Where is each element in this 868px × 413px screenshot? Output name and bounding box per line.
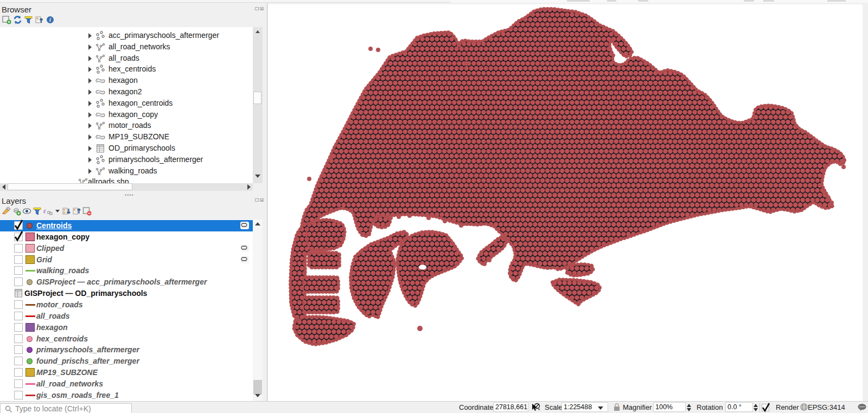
svg-text:ε: ε: [43, 206, 47, 215]
svg-text:i: i: [49, 17, 51, 23]
